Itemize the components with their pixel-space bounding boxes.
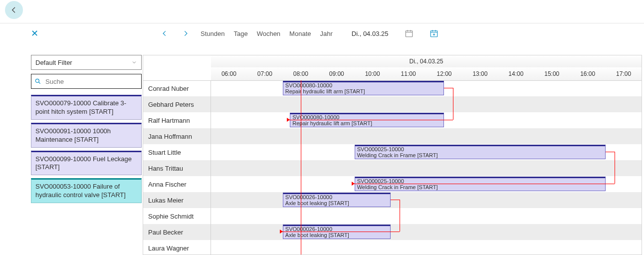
resource-row: Sophie Schmidt: [143, 208, 642, 224]
order-card-1[interactable]: SVO000091-10000 1000h Maintenance [START…: [31, 123, 142, 148]
date-header: Di., 04.03.25: [211, 55, 642, 68]
resource-cell: Stuart Little: [143, 144, 211, 160]
order-card-3[interactable]: SVO000053-10000 Failure of hydraulic con…: [31, 178, 142, 203]
dep-line: [615, 152, 615, 184]
timeline[interactable]: [211, 240, 642, 255]
current-date: Di., 04.03.25: [352, 30, 389, 37]
resource-cell: Gebhard Peters: [143, 96, 211, 112]
prev-button[interactable]: [159, 27, 171, 39]
dep-line: [352, 184, 615, 184]
dep-line: [391, 200, 400, 200]
filter-select[interactable]: Default Filter: [31, 55, 142, 70]
resource-cell: Paul Becker: [143, 224, 211, 240]
hour-cell: 06:00: [211, 67, 247, 80]
timeline[interactable]: [211, 208, 642, 224]
hour-cell: 08:00: [283, 67, 319, 80]
svg-point-2: [35, 79, 39, 82]
task-title: Welding Crack in Frame [START]: [357, 152, 603, 158]
dep-arrow-icon: [280, 230, 283, 234]
hour-cell: 14:00: [498, 67, 534, 80]
svg-rect-0: [406, 31, 413, 37]
resource-cell: Ralf Hartmann: [143, 112, 211, 128]
search-box[interactable]: [31, 74, 142, 89]
dep-line: [444, 88, 453, 88]
hour-cell: 15:00: [534, 67, 570, 80]
resource-row: Gebhard Peters: [143, 96, 642, 112]
planner-corner: [143, 55, 212, 81]
timeline[interactable]: [211, 96, 642, 112]
now-line: [301, 80, 301, 255]
dep-arrow-icon: [352, 182, 355, 186]
dep-line: [606, 152, 615, 152]
scale-year[interactable]: Jahr: [320, 30, 332, 37]
calendar-add-icon[interactable]: [429, 29, 438, 38]
hour-cell: 17:00: [606, 67, 642, 80]
order-card-2[interactable]: SVO000099-10000 Fuel Leckage [START]: [31, 151, 142, 176]
search-input[interactable]: [44, 77, 138, 86]
scale-weeks[interactable]: Wochen: [257, 30, 280, 37]
timeline[interactable]: [211, 224, 642, 240]
next-button[interactable]: [180, 27, 192, 39]
resource-row: Laura Wagner: [143, 240, 642, 255]
resource-cell: Hans Trittau: [143, 160, 211, 176]
resource-cell: Anna Fischer: [143, 176, 211, 192]
task-title: Repair hydraulic lift arm [START]: [292, 120, 441, 126]
resource-row: Jana Hoffmann: [143, 128, 642, 144]
timeline[interactable]: [211, 192, 642, 208]
hour-cell: 13:00: [462, 67, 498, 80]
hour-cell: 12:00: [427, 67, 462, 80]
hour-cell: 10:00: [355, 67, 391, 80]
hour-cell: 11:00: [391, 67, 427, 80]
filter-label: Default Filter: [35, 59, 72, 66]
dep-line: [287, 120, 453, 120]
dep-line: [453, 88, 453, 120]
scale-hours[interactable]: Stunden: [201, 30, 224, 37]
resource-cell: Jana Hoffmann: [143, 128, 211, 144]
resource-cell: Sophie Schmidt: [143, 208, 211, 224]
hour-cell: 16:00: [570, 67, 606, 80]
task-bar[interactable]: SVO000026-10000Axle boot leaking [START]: [283, 193, 391, 207]
resource-cell: Laura Wagner: [143, 240, 211, 255]
scale-months[interactable]: Monate: [289, 30, 311, 37]
task-bar[interactable]: SVO000025-10000Welding Crack in Frame [S…: [355, 145, 606, 159]
task-id: SVO000025-10000: [357, 146, 603, 152]
search-icon: [34, 78, 41, 85]
task-bar[interactable]: SVO000080-10000Repair hydraulic lift arm…: [283, 81, 444, 95]
timeline[interactable]: [211, 160, 642, 176]
calendar-icon[interactable]: [405, 29, 414, 38]
resource-row: Hans Trittau: [143, 160, 642, 176]
order-card-0[interactable]: SVO000079-10000 Calibrate 3-point hitch …: [31, 95, 142, 120]
task-title: Repair hydraulic lift arm [START]: [285, 88, 442, 94]
timeline[interactable]: [211, 128, 642, 144]
resource-row: Paul Becker: [143, 224, 642, 240]
task-title: Welding Crack in Frame [START]: [357, 184, 603, 190]
resource-cell: Conrad Nuber: [143, 80, 211, 96]
dep-line: [280, 232, 400, 232]
dep-line: [400, 200, 400, 232]
back-button[interactable]: [5, 1, 23, 19]
resource-cell: Lukas Meier: [143, 192, 211, 208]
task-id: SVO000080-10000: [285, 82, 442, 88]
resource-row: Lukas Meier: [143, 192, 642, 208]
scale-days[interactable]: Tage: [233, 30, 247, 37]
dep-arrow-icon: [287, 118, 290, 122]
hour-cell: 07:00: [247, 67, 283, 80]
close-icon[interactable]: ✕: [31, 28, 38, 39]
hour-cell: 09:00: [319, 67, 355, 80]
